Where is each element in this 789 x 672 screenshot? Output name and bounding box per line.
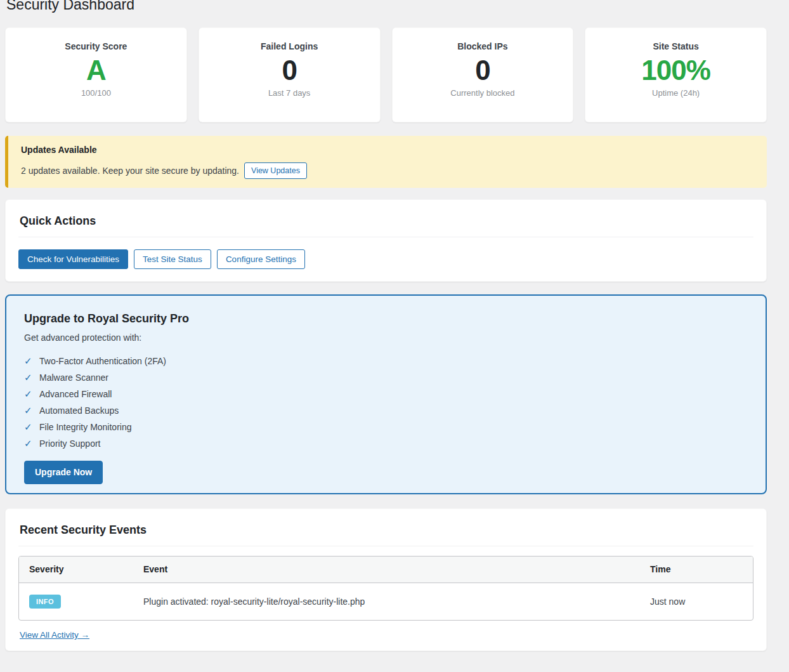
feature-item: ✓ File Integrity Monitoring <box>24 419 748 435</box>
stat-sublabel: 100/100 <box>6 88 186 98</box>
upgrade-subtitle: Get advanced protection with: <box>24 333 748 343</box>
view-all-activity-link[interactable]: View All Activity → <box>20 630 89 640</box>
event-time-cell: Just now <box>640 583 753 620</box>
quick-actions-card: Quick Actions Check for Vulnerabilities … <box>5 199 767 282</box>
feature-item: ✓ Advanced Firewall <box>24 386 748 402</box>
stat-value: 0 <box>199 54 380 87</box>
section-divider <box>18 546 753 546</box>
notice-message: 2 updates available. Keep your site secu… <box>21 166 239 176</box>
section-divider <box>18 237 753 237</box>
stat-label: Site Status <box>585 41 766 52</box>
event-description-cell: Plugin activated: royal-security-lite/ro… <box>133 583 640 620</box>
checkmark-icon: ✓ <box>24 402 39 419</box>
stat-sublabel: Last 7 days <box>199 88 380 98</box>
stat-value: 0 <box>393 54 573 87</box>
severity-badge: INFO <box>29 595 61 609</box>
checkmark-icon: ✓ <box>24 419 39 435</box>
column-header-severity: Severity <box>19 557 133 583</box>
notice-title: Updates Available <box>21 145 757 155</box>
feature-label: Automated Backups <box>39 402 119 419</box>
stat-card-blocked-ips: Blocked IPs 0 Currently blocked <box>392 27 574 122</box>
stat-label: Blocked IPs <box>393 41 573 52</box>
feature-label: Two-Factor Authentication (2FA) <box>39 353 166 369</box>
feature-item: ✓ Automated Backups <box>24 402 748 419</box>
table-row: INFO Plugin activated: royal-security-li… <box>19 583 753 620</box>
stat-card-security-score: Security Score A 100/100 <box>5 27 187 122</box>
upgrade-feature-list: ✓ Two-Factor Authentication (2FA) ✓ Malw… <box>24 353 748 452</box>
stat-card-site-status: Site Status 100% Uptime (24h) <box>585 27 767 122</box>
checkmark-icon: ✓ <box>24 369 39 386</box>
page-title: Security Dashboard <box>6 0 767 14</box>
feature-label: File Integrity Monitoring <box>39 419 132 435</box>
test-site-status-button[interactable]: Test Site Status <box>134 249 211 269</box>
upgrade-now-button[interactable]: Upgrade Now <box>24 461 103 484</box>
event-severity-cell: INFO <box>19 583 133 620</box>
stat-value: A <box>6 54 186 87</box>
upgrade-title: Upgrade to Royal Security Pro <box>24 312 748 326</box>
feature-item: ✓ Malware Scanner <box>24 369 748 386</box>
configure-settings-button[interactable]: Configure Settings <box>217 249 305 269</box>
stat-sublabel: Currently blocked <box>393 88 573 98</box>
checkmark-icon: ✓ <box>24 353 39 369</box>
checkmark-icon: ✓ <box>24 386 39 402</box>
upgrade-pro-card: Upgrade to Royal Security Pro Get advanc… <box>5 294 767 494</box>
stat-sublabel: Uptime (24h) <box>585 88 766 98</box>
quick-actions-title: Quick Actions <box>20 214 753 228</box>
stat-label: Failed Logins <box>199 41 380 52</box>
column-header-event: Event <box>133 557 640 583</box>
view-updates-button[interactable]: View Updates <box>244 162 307 179</box>
recent-events-title: Recent Security Events <box>20 523 753 537</box>
stats-row: Security Score A 100/100 Failed Logins 0… <box>5 27 767 122</box>
quick-actions-buttons: Check for Vulnerabilities Test Site Stat… <box>18 249 753 269</box>
feature-label: Malware Scanner <box>39 369 108 386</box>
security-dashboard-page: Security Dashboard Security Score A 100/… <box>0 0 789 651</box>
notice-body: 2 updates available. Keep your site secu… <box>21 162 757 179</box>
checkmark-icon: ✓ <box>24 435 39 452</box>
updates-notice: Updates Available 2 updates available. K… <box>5 136 767 188</box>
feature-label: Priority Support <box>39 435 100 452</box>
feature-label: Advanced Firewall <box>39 386 112 402</box>
stat-card-failed-logins: Failed Logins 0 Last 7 days <box>199 27 381 122</box>
events-table-header-row: Severity Event Time <box>19 557 753 583</box>
stat-value: 100% <box>585 54 766 87</box>
column-header-time: Time <box>640 557 753 583</box>
feature-item: ✓ Priority Support <box>24 435 748 452</box>
recent-events-card: Recent Security Events Severity Event Ti… <box>5 508 767 651</box>
stat-label: Security Score <box>6 41 186 52</box>
feature-item: ✓ Two-Factor Authentication (2FA) <box>24 353 748 369</box>
events-table: Severity Event Time INFO Plugin activate… <box>18 556 753 621</box>
check-vulnerabilities-button[interactable]: Check for Vulnerabilities <box>18 249 128 269</box>
